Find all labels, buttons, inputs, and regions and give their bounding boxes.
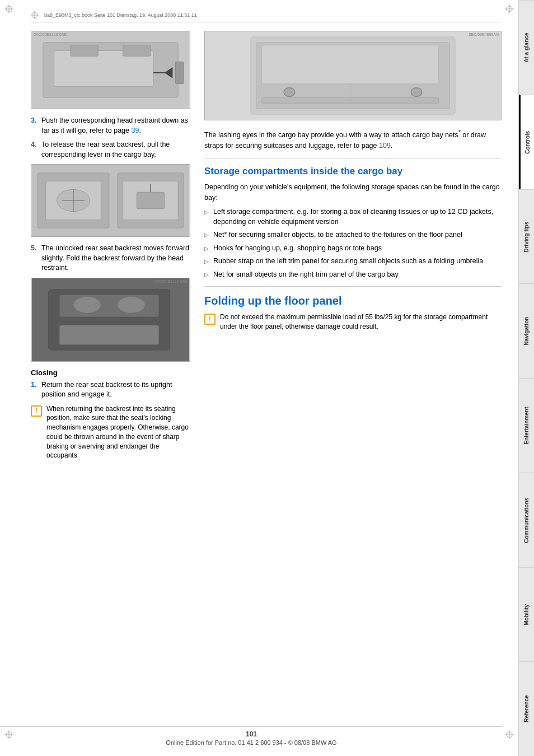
sidebar-tab-reference[interactable]: Reference: [519, 661, 534, 756]
image-backrest-fold: 0AC/00E3126-0AB: [31, 278, 190, 362]
warning-icon: !: [31, 405, 42, 417]
right-column: 0BC/60E4869AN: [204, 31, 502, 465]
sidebar-tab-navigation[interactable]: Navigation: [519, 283, 534, 378]
bullet-arrow-2: ▷: [204, 245, 209, 254]
step-3-text: Push the corresponding head restraint do…: [41, 116, 190, 136]
header-line: ba8_E90M3_cic.book Seite 101 Dienstag, 1…: [31, 11, 502, 22]
sidebar-tab-at-a-glance[interactable]: At a glance: [519, 0, 534, 95]
svg-point-39: [118, 296, 145, 313]
page-footer: 101 Online Edition for Part no. 01 41 2 …: [0, 726, 503, 746]
svg-rect-19: [123, 45, 151, 57]
step-3-ref[interactable]: 39: [132, 127, 139, 134]
page-number: 101: [0, 730, 503, 738]
image-seat-top: 0AC/00E3126-0AB: [31, 31, 190, 109]
sidebar-tab-entertainment[interactable]: Entertainment: [519, 378, 534, 473]
left-column: 0AC/00E3126-0AB: [31, 31, 190, 465]
step-4: 4. To release the rear seat backrest, pu…: [31, 140, 190, 160]
step-5-num: 5.: [31, 244, 39, 273]
footer-text: Online Edition for Part no. 01 41 2 600 …: [166, 739, 336, 746]
bullet-arrow-1: ▷: [204, 231, 209, 240]
bullet-arrow-0: ▷: [204, 208, 209, 227]
floor-warning-text: Do not exceed the maximum permissible lo…: [220, 312, 502, 332]
header-metadata: ba8_E90M3_cic.book Seite 101 Dienstag, 1…: [44, 12, 197, 18]
bullet-text-3: Rubber strap on the left trim panel for …: [213, 256, 483, 267]
bullet-arrow-4: ▷: [204, 271, 209, 280]
storage-bullet-list: ▷ Left storage compartment, e.g. for sto…: [204, 207, 502, 279]
svg-rect-18: [71, 45, 98, 57]
sidebar: At a glance Controls Driving tips Naviga…: [518, 0, 534, 756]
bullet-text-4: Net for small objects on the right trim …: [213, 270, 399, 280]
sidebar-tab-controls[interactable]: Controls: [519, 95, 534, 189]
main-content: ba8_E90M3_cic.book Seite 101 Dienstag, 1…: [0, 0, 518, 756]
step-4-text: To release the rear seat backrest, pull …: [41, 140, 190, 160]
floor-warning-icon: !: [204, 314, 216, 325]
sidebar-tab-driving-tips[interactable]: Driving tips: [519, 189, 534, 284]
intro-ref[interactable]: 109: [379, 142, 391, 150]
svg-rect-22: [175, 62, 184, 83]
svg-rect-31: [137, 192, 164, 209]
bullet-item-4: ▷ Net for small objects on the right tri…: [204, 270, 502, 280]
page-container: At a glance Controls Driving tips Naviga…: [0, 0, 534, 756]
svg-point-45: [411, 88, 422, 97]
svg-point-44: [284, 88, 295, 97]
step-5: 5. The unlocked rear seat backrest moves…: [31, 244, 190, 273]
svg-rect-43: [262, 45, 439, 84]
closing-step-1-text: Return the rear seat backrest to its upr…: [41, 380, 190, 400]
closing-step-1-num: 1.: [31, 380, 39, 400]
image-cargo-bay-lever: [31, 164, 190, 237]
bullet-text-2: Hooks for hanging up, e.g. shopping bags…: [213, 244, 382, 254]
separator: [204, 158, 502, 158]
bullet-text-0: Left storage compartment, e.g. for stori…: [213, 207, 502, 227]
step-4-num: 4.: [31, 140, 39, 160]
bullet-arrow-3: ▷: [204, 258, 209, 267]
floor-panel-heading: Folding up the floor panel: [204, 293, 502, 308]
step-5-text: The unlocked rear seat backrest moves fo…: [41, 244, 190, 273]
separator-2: [204, 286, 502, 287]
bullet-item-1: ▷ Net* for securing smaller objects, to …: [204, 230, 502, 240]
bullet-item-0: ▷ Left storage compartment, e.g. for sto…: [204, 207, 502, 227]
step-3: 3. Push the corresponding head restraint…: [31, 116, 190, 136]
step-3-num: 3.: [31, 116, 39, 136]
bullet-text-1: Net* for securing smaller objects, to be…: [213, 230, 462, 240]
image-cargo-lashing: 0BC/60E4869AN: [204, 31, 502, 120]
two-column-layout: 0AC/00E3126-0AB: [31, 31, 502, 465]
storage-compartments-heading: Storage compartments inside the cargo ba…: [204, 165, 502, 178]
floor-warning-box: ! Do not exceed the maximum permissible …: [204, 312, 502, 332]
closing-step-1: 1. Return the rear seat backrest to its …: [31, 380, 190, 400]
bullet-item-3: ▷ Rubber strap on the left trim panel fo…: [204, 256, 502, 267]
svg-point-38: [73, 296, 101, 313]
warning-text: When returning the backrest into its sea…: [46, 404, 190, 461]
closing-heading: Closing: [31, 368, 190, 377]
intro-text: The lashing eyes in the cargo bay provid…: [204, 128, 502, 151]
sidebar-tab-mobility[interactable]: Mobility: [519, 567, 534, 662]
storage-intro-text: Depending on your vehicle's equipment, t…: [204, 182, 502, 203]
warning-box: ! When returning the backrest into its s…: [31, 404, 190, 461]
svg-rect-37: [59, 325, 159, 344]
bullet-item-2: ▷ Hooks for hanging up, e.g. shopping ba…: [204, 244, 502, 254]
sidebar-tab-communications[interactable]: Communications: [519, 473, 534, 567]
